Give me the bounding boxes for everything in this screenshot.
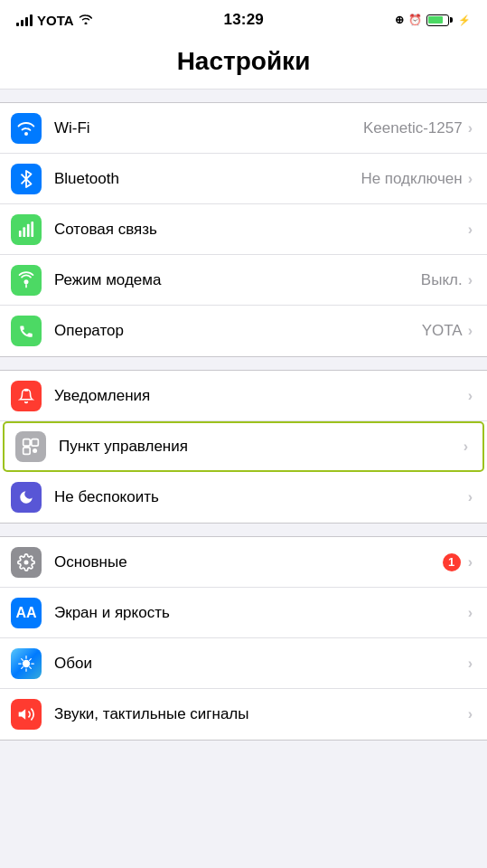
status-left: YOTA xyxy=(16,13,93,28)
control-center-row[interactable]: Пункт управления › xyxy=(3,421,484,472)
svg-point-13 xyxy=(23,659,30,666)
sounds-icon-bg xyxy=(11,699,42,730)
cellular-label: Сотовая связь xyxy=(54,221,463,239)
operator-icon-bg xyxy=(11,316,42,346)
bluetooth-icon-bg xyxy=(11,164,42,194)
general-badge: 1 xyxy=(443,553,461,571)
bluetooth-label: Bluetooth xyxy=(54,170,361,188)
svg-rect-9 xyxy=(32,439,39,447)
wifi-label: Wi-Fi xyxy=(54,119,363,137)
general-group: Основные 1 › AA Экран и яркость › Обои › xyxy=(0,536,487,741)
wallpaper-row[interactable]: Обои › xyxy=(0,638,487,689)
operator-label: Оператор xyxy=(54,322,422,340)
cellular-row[interactable]: Сотовая связь › xyxy=(0,204,487,255)
battery-icon xyxy=(426,14,453,26)
svg-rect-10 xyxy=(23,448,31,455)
cellular-chevron: › xyxy=(468,222,473,238)
operator-row[interactable]: Оператор YOTA › xyxy=(0,306,487,356)
system-list: Уведомления › Пункт управления › xyxy=(0,370,487,524)
operator-chevron: › xyxy=(468,323,473,339)
signal-icon xyxy=(16,14,33,26)
wallpaper-chevron: › xyxy=(468,656,473,672)
svg-point-0 xyxy=(24,132,28,136)
svg-rect-2 xyxy=(23,227,25,237)
do-not-disturb-chevron: › xyxy=(468,489,473,505)
wifi-row[interactable]: Wi-Fi Keenetic-1257 › xyxy=(0,103,487,154)
hotspot-chevron: › xyxy=(468,272,473,288)
do-not-disturb-row[interactable]: Не беспокоить › xyxy=(0,472,487,523)
wallpaper-label: Обои xyxy=(54,655,468,673)
page-title: Настройки xyxy=(14,47,473,76)
wifi-icon-bg xyxy=(11,113,42,144)
notifications-chevron: › xyxy=(468,388,473,404)
hotspot-icon-bg xyxy=(11,265,42,296)
control-center-icon-bg xyxy=(15,431,46,462)
hotspot-row[interactable]: Режим модема Выкл. › xyxy=(0,255,487,306)
svg-point-5 xyxy=(24,279,29,284)
bluetooth-chevron: › xyxy=(468,171,473,187)
general-list: Основные 1 › AA Экран и яркость › Обои › xyxy=(0,536,487,741)
notifications-label: Уведомления xyxy=(54,387,468,405)
display-chevron: › xyxy=(468,605,473,621)
display-icon: AA xyxy=(15,605,36,621)
wifi-chevron: › xyxy=(468,120,473,137)
sounds-label: Звуки, тактильные сигналы xyxy=(54,705,468,723)
hotspot-value: Выкл. xyxy=(421,271,463,289)
general-label: Основные xyxy=(54,553,443,571)
system-group: Уведомления › Пункт управления › xyxy=(0,370,487,524)
svg-rect-4 xyxy=(31,222,33,237)
page-title-bar: Настройки xyxy=(0,40,487,90)
control-center-chevron: › xyxy=(464,439,468,455)
bluetooth-value: Не подключен xyxy=(361,170,462,188)
hotspot-label: Режим модема xyxy=(54,271,421,289)
wallpaper-icon-bg xyxy=(11,648,42,679)
general-icon-bg xyxy=(11,547,42,578)
display-row[interactable]: AA Экран и яркость › xyxy=(0,588,487,638)
svg-point-12 xyxy=(24,560,29,564)
notifications-icon-bg xyxy=(11,381,42,411)
status-right: ⊕ ⏰ ⚡ xyxy=(395,14,471,26)
svg-rect-7 xyxy=(24,389,29,391)
sounds-row[interactable]: Звуки, тактильные сигналы › xyxy=(0,689,487,740)
svg-rect-1 xyxy=(19,230,22,236)
svg-marker-14 xyxy=(19,709,26,720)
notifications-row[interactable]: Уведомления › xyxy=(0,371,487,421)
svg-rect-3 xyxy=(27,223,30,236)
svg-rect-8 xyxy=(23,439,31,447)
connectivity-group: Wi-Fi Keenetic-1257 › Bluetooth Не подкл… xyxy=(0,102,487,357)
bluetooth-row[interactable]: Bluetooth Не подключен › xyxy=(0,154,487,204)
general-chevron: › xyxy=(468,554,473,571)
control-center-label: Пункт управления xyxy=(59,438,464,456)
wifi-value: Keenetic-1257 xyxy=(363,119,463,137)
sounds-chevron: › xyxy=(468,706,473,722)
svg-point-11 xyxy=(33,448,37,453)
operator-value: YOTA xyxy=(422,322,463,340)
status-time: 13:29 xyxy=(224,11,264,29)
general-row[interactable]: Основные 1 › xyxy=(0,537,487,588)
display-icon-bg: AA xyxy=(11,598,42,628)
cellular-icon-bg xyxy=(11,214,42,245)
charging-icon: ⚡ xyxy=(458,14,471,26)
display-label: Экран и яркость xyxy=(54,604,468,622)
do-not-disturb-label: Не беспокоить xyxy=(54,488,468,506)
alarm-icon: ⏰ xyxy=(408,14,422,26)
carrier-label: YOTA xyxy=(37,13,74,28)
status-bar: YOTA 13:29 ⊕ ⏰ ⚡ xyxy=(0,0,487,40)
connectivity-list: Wi-Fi Keenetic-1257 › Bluetooth Не подкл… xyxy=(0,102,487,357)
screen-record-icon: ⊕ xyxy=(395,14,404,26)
wifi-icon xyxy=(79,13,93,27)
do-not-disturb-icon-bg xyxy=(11,482,42,513)
